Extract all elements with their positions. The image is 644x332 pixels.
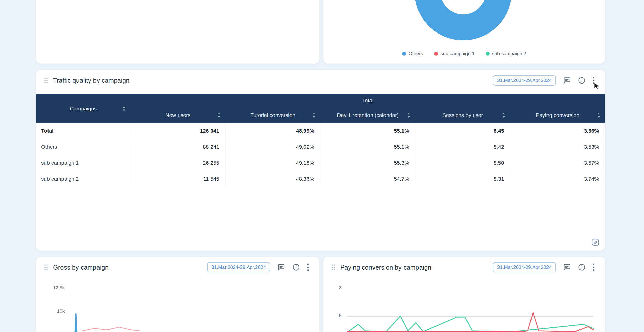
column-header-label: Campaigns xyxy=(70,106,97,111)
y-axis-tick: 10k xyxy=(39,308,65,314)
column-header-label: Paying conversion xyxy=(536,112,579,118)
table-row-total: Total 126 041 48.99% 55.1% 8.45 3.56% xyxy=(36,123,605,139)
column-group-total: Total xyxy=(131,94,605,107)
y-axis-tick: 6 xyxy=(323,313,342,318)
legend-item-sub-campaign-2[interactable]: sub campaign 2 xyxy=(486,51,526,56)
gridline xyxy=(347,316,593,317)
card-title: Paying conversion by campaign xyxy=(340,264,431,271)
comment-icon[interactable] xyxy=(562,76,571,85)
info-icon[interactable] xyxy=(292,263,300,271)
column-header-new-users[interactable]: New users xyxy=(131,107,226,123)
legend-item-sub-campaign-1[interactable]: sub campaign 1 xyxy=(434,51,475,56)
expand-icon[interactable] xyxy=(591,238,600,246)
column-header-campaigns[interactable]: Campaigns xyxy=(36,94,131,123)
gridline xyxy=(347,289,593,289)
drag-handle-icon[interactable] xyxy=(44,264,49,271)
column-header-sessions-by-user[interactable]: Sessions by user xyxy=(415,107,510,123)
column-header-label: Sessions by user xyxy=(442,112,483,118)
y-axis-tick: 12.5k xyxy=(39,285,65,291)
traffic-quality-table: Campaigns Total New users Tutorial conve… xyxy=(36,94,605,187)
gridline xyxy=(71,312,308,312)
legend-dot-blue xyxy=(402,52,406,56)
traffic-card-header: Traffic quality by campaign 31.Mar.2024-… xyxy=(36,70,605,91)
paying-card-controls: 31.Mar.2024-29.Apr.2024 xyxy=(493,262,595,272)
info-icon[interactable] xyxy=(578,76,586,85)
legend-label: sub campaign 2 xyxy=(492,51,526,56)
y-axis-tick: 8 xyxy=(323,285,342,291)
paying-card-header: Paying conversion by campaign 31.Mar.202… xyxy=(323,257,605,278)
sort-icon[interactable] xyxy=(122,106,126,111)
card-title: Gross by campaign xyxy=(53,264,109,271)
column-header-tutorial-conversion[interactable]: Tutorial conversion xyxy=(226,107,320,123)
gross-blue-series xyxy=(75,314,77,332)
legend-item-others[interactable]: Others xyxy=(402,51,423,56)
donut-chart-card: Others sub campaign 1 sub campaign 2 xyxy=(323,0,605,64)
kebab-menu-icon[interactable] xyxy=(592,76,595,85)
comment-icon[interactable] xyxy=(562,263,571,271)
paying-red-series xyxy=(347,313,593,332)
date-range-picker[interactable]: 31.Mar.2024-29.Apr.2024 xyxy=(493,75,556,86)
table-row-sub-campaign-1: sub campaign 1 26 255 49.18% 55.3% 8.50 … xyxy=(36,155,605,171)
date-range-picker[interactable]: 31.Mar.2024-29.Apr.2024 xyxy=(493,262,556,272)
sort-icon[interactable] xyxy=(597,112,601,118)
sort-icon[interactable] xyxy=(217,112,221,118)
traffic-card-controls: 31.Mar.2024-29.Apr.2024 xyxy=(493,75,595,86)
drag-handle-icon[interactable] xyxy=(331,264,336,271)
kebab-menu-icon[interactable] xyxy=(592,263,595,272)
card-title: Traffic quality by campaign xyxy=(53,77,130,84)
info-icon[interactable] xyxy=(578,263,586,271)
kebab-menu-icon[interactable] xyxy=(307,263,309,272)
paying-green-series xyxy=(348,316,593,332)
table-row-sub-campaign-2: sub campaign 2 11 545 48.36% 54.7% 8.31 … xyxy=(36,171,605,187)
gross-card-controls: 31.Mar.2024-29.Apr.2024 xyxy=(207,262,309,272)
top-left-card xyxy=(36,0,319,64)
comment-icon[interactable] xyxy=(277,263,285,271)
date-range-picker[interactable]: 31.Mar.2024-29.Apr.2024 xyxy=(207,262,270,272)
sort-icon[interactable] xyxy=(407,112,411,118)
column-header-label: Day 1 retention (calendar) xyxy=(337,112,399,118)
column-header-label: New users xyxy=(165,112,190,118)
gross-by-campaign-card: Gross by campaign 31.Mar.2024-29.Apr.202… xyxy=(36,257,319,332)
gross-red-series xyxy=(82,327,140,331)
legend-label: Others xyxy=(409,51,423,56)
column-header-day1-retention[interactable]: Day 1 retention (calendar) xyxy=(320,107,415,123)
sort-icon[interactable] xyxy=(502,112,506,118)
legend-dot-red xyxy=(434,52,438,56)
column-header-label: Tutorial conversion xyxy=(250,112,295,118)
traffic-quality-card: Traffic quality by campaign 31.Mar.2024-… xyxy=(36,70,605,251)
sort-icon[interactable] xyxy=(312,112,316,118)
legend-dot-green xyxy=(486,52,490,56)
table-row-others: Others 88 241 49.02% 55.1% 8.42 3.53% xyxy=(36,139,605,155)
paying-conversion-card: Paying conversion by campaign 31.Mar.202… xyxy=(323,257,605,332)
column-header-paying-conversion[interactable]: Paying conversion xyxy=(510,107,605,123)
donut-segment-others[interactable] xyxy=(428,0,499,27)
legend-label: sub campaign 1 xyxy=(441,51,475,56)
dashboard-page: Others sub campaign 1 sub campaign 2 Tra… xyxy=(0,0,644,332)
donut-legend: Others sub campaign 1 sub campaign 2 xyxy=(323,51,605,56)
gridline xyxy=(71,289,308,289)
gross-card-header: Gross by campaign 31.Mar.2024-29.Apr.202… xyxy=(36,257,319,278)
drag-handle-icon[interactable] xyxy=(44,77,49,84)
